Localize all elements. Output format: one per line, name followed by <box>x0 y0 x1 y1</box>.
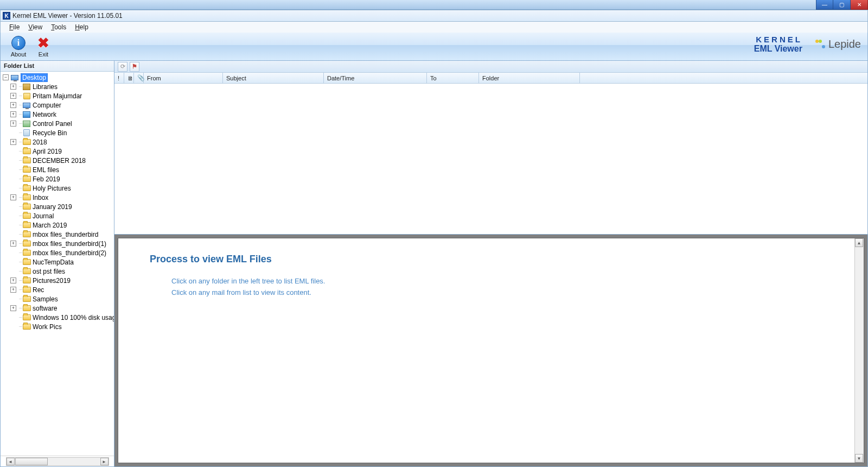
tree-label: Network <box>33 111 56 118</box>
refresh-button[interactable]: ⟳ <box>118 62 127 72</box>
tree-item-mbox1[interactable]: +┈ mbox files_thunderbird(1) <box>1 239 114 248</box>
expand-icon[interactable]: + <box>10 287 16 293</box>
os-maximize-button[interactable]: ▢ <box>833 0 851 10</box>
scroll-thumb[interactable] <box>15 458 48 465</box>
preview-vscrollbar[interactable]: ▲ ▼ <box>854 238 864 463</box>
col-folder[interactable]: Folder <box>479 73 580 83</box>
tree-label: DECEMBER 2018 <box>33 157 86 165</box>
tree-item-holy[interactable]: ┈ Holy Pictures <box>1 184 114 193</box>
about-button[interactable]: i About <box>6 35 31 58</box>
folder-tree-hscrollbar[interactable]: ◄ ► <box>6 457 109 466</box>
preview-heading: Process to view EML Files <box>150 254 864 265</box>
tree-item-ostpst[interactable]: ┈ ost pst files <box>1 267 114 276</box>
control-panel-icon <box>23 121 30 127</box>
expand-icon[interactable]: + <box>10 84 16 90</box>
tree-item-samples[interactable]: ┈ Samples <box>1 294 114 304</box>
tree-item-nuctemp[interactable]: ┈ NucTempData <box>1 257 114 267</box>
tree-item-2018[interactable]: +┈ 2018 <box>1 137 114 147</box>
folder-icon <box>23 305 31 311</box>
tree-item-journal[interactable]: ┈ Journal <box>1 211 114 220</box>
lepide-logo-icon <box>815 40 825 49</box>
flag-button[interactable]: ⚑ <box>130 62 139 72</box>
tree-item-pics2019[interactable]: +┈ Pictures2019 <box>1 276 114 285</box>
tree-label: Windows 10 100% disk usage <box>33 314 114 321</box>
col-importance[interactable]: ! <box>114 73 124 83</box>
menu-tools[interactable]: Tools <box>48 23 69 31</box>
tree-label: Rec <box>33 286 44 294</box>
libraries-icon <box>23 84 30 90</box>
col-datetime[interactable]: Date/Time <box>324 73 427 83</box>
preview-content: Process to view EML Files Click on any f… <box>118 238 864 463</box>
tree-item-libraries[interactable]: +┈ Libraries <box>1 82 114 91</box>
expand-icon[interactable]: + <box>10 194 16 200</box>
os-minimize-button[interactable]: — <box>816 0 833 10</box>
tree-item-desktop[interactable]: − Desktop <box>1 73 114 82</box>
tree-label: 2018 <box>33 138 47 146</box>
scroll-right-icon[interactable]: ► <box>100 458 108 465</box>
folder-icon <box>23 204 31 210</box>
tree-item-inbox[interactable]: +┈ Inbox <box>1 193 114 202</box>
expand-icon[interactable]: + <box>10 102 16 108</box>
folder-icon <box>23 167 31 173</box>
menu-file[interactable]: File <box>6 23 23 31</box>
menu-help[interactable]: Help <box>72 23 92 31</box>
tree-item-mbox2[interactable]: ┈ mbox files_thunderbird(2) <box>1 248 114 257</box>
expand-icon[interactable]: + <box>10 139 16 145</box>
expand-icon[interactable]: + <box>10 121 16 127</box>
exit-button[interactable]: ✖ Exit <box>31 35 56 58</box>
folder-icon <box>23 277 31 283</box>
tree-item-mar2019[interactable]: ┈ March 2019 <box>1 220 114 230</box>
flag-icon: ⚑ <box>132 63 137 70</box>
os-chrome-strip: ⠀⠀⠀⠀⠀ — ▢ ✕ <box>0 0 868 10</box>
tree-item-recyclebin[interactable]: ┈ Recycle Bin <box>1 128 114 137</box>
preview-step-2: Click on any mail from list to view its … <box>171 288 864 296</box>
tree-item-controlpanel[interactable]: +┈ Control Panel <box>1 119 114 128</box>
folder-icon <box>23 176 31 182</box>
mail-list-body[interactable] <box>114 84 867 235</box>
col-to[interactable]: To <box>427 73 479 83</box>
col-from[interactable]: From <box>144 73 223 83</box>
scroll-left-icon[interactable]: ◄ <box>7 458 15 465</box>
tree-item-dec2018[interactable]: ┈ DECEMBER 2018 <box>1 156 114 165</box>
tree-item-mbox[interactable]: ┈ mbox files_thunderbird <box>1 230 114 239</box>
tree-item-win10[interactable]: ┈ Windows 10 100% disk usage <box>1 313 114 322</box>
exit-label: Exit <box>39 51 48 58</box>
os-close-button[interactable]: ✕ <box>851 0 868 10</box>
tree-item-network[interactable]: +┈ Network <box>1 110 114 119</box>
tree-item-workpics[interactable]: ┈ Work Pics <box>1 322 114 331</box>
folder-icon <box>23 157 31 163</box>
scroll-down-icon[interactable]: ▼ <box>855 454 863 463</box>
expand-icon[interactable]: + <box>10 241 16 247</box>
expand-icon[interactable]: + <box>10 277 16 283</box>
app-titlebar: K Kernel EML Viewer - Version 11.05.01 <box>0 10 868 22</box>
col-attachment-icon[interactable]: 📎 <box>134 73 144 83</box>
col-subject[interactable]: Subject <box>223 73 324 83</box>
tree-label: software <box>33 305 57 312</box>
collapse-icon[interactable]: − <box>3 74 9 80</box>
tree-item-user[interactable]: +┈ Pritam Majumdar <box>1 91 114 100</box>
col-spacer <box>580 73 867 83</box>
tree-item-april2019[interactable]: ┈ April 2019 <box>1 147 114 156</box>
tree-label: Pritam Majumdar <box>33 92 82 100</box>
folder-tree[interactable]: − Desktop +┈ Libraries +┈ Pritam Majumda… <box>1 72 114 456</box>
expand-icon[interactable]: + <box>10 305 16 311</box>
expand-icon[interactable]: + <box>10 93 16 99</box>
col-read-icon[interactable]: 🗎 <box>124 73 134 83</box>
tree-item-software[interactable]: +┈ software <box>1 304 114 313</box>
tree-item-computer[interactable]: +┈ Computer <box>1 100 114 110</box>
tree-item-feb2019[interactable]: ┈ Feb 2019 <box>1 174 114 184</box>
tree-item-jan2019[interactable]: ┈ January 2019 <box>1 202 114 211</box>
folder-icon <box>23 194 31 200</box>
scroll-up-icon[interactable]: ▲ <box>855 238 863 247</box>
tree-item-rec[interactable]: +┈ Rec <box>1 285 114 294</box>
tree-label: January 2019 <box>33 203 72 211</box>
computer-icon <box>23 103 30 108</box>
folder-icon <box>23 296 31 302</box>
expand-icon[interactable]: + <box>10 111 16 117</box>
exit-icon: ✖ <box>37 36 49 50</box>
menu-view[interactable]: View <box>25 23 46 31</box>
brand-kernel-bottom: EML Viewer <box>754 44 802 54</box>
tree-label: Inbox <box>33 194 48 201</box>
refresh-icon: ⟳ <box>120 63 125 70</box>
tree-item-emlfiles[interactable]: ┈ EML files <box>1 165 114 174</box>
